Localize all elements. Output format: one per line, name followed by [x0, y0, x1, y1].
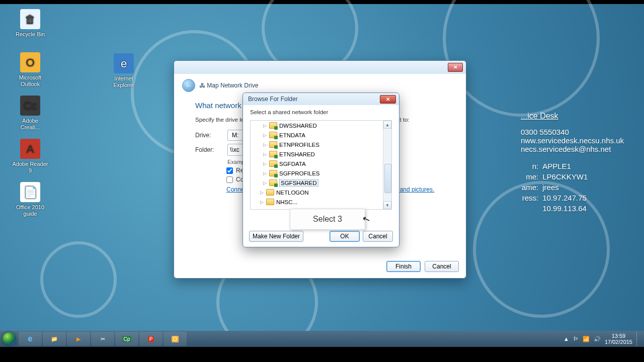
back-button[interactable]: ←	[182, 79, 195, 92]
scrollbar[interactable]: ▲ ▼	[383, 121, 391, 209]
dialog-close-button[interactable]: ✕	[380, 95, 396, 104]
tree-item[interactable]: ▷SGFSHARED	[251, 178, 391, 188]
tree-item[interactable]: ▷ETNPROFILES	[251, 140, 391, 149]
tree-item[interactable]: ▷SGFDATA	[251, 159, 391, 168]
taskbar-clock[interactable]: 13:59 17/02/2015	[605, 333, 632, 345]
tray-sound-icon[interactable]: 🔊	[594, 336, 601, 342]
dialog-titlebar[interactable]: Browse For Folder ✕	[243, 93, 399, 105]
taskbar-powerpoint[interactable]: P	[139, 332, 163, 346]
tree-item[interactable]: ▷ETNDATA	[251, 130, 391, 140]
scroll-down-button[interactable]: ▼	[383, 201, 391, 209]
make-new-folder-button[interactable]: Make New Folder	[249, 231, 303, 242]
tree-item[interactable]: ▷DWSSHARED	[251, 121, 391, 130]
service-desk-header: ...ice Desk	[521, 112, 624, 121]
drive-label: Drive:	[195, 132, 223, 139]
titlebar[interactable]: ✕	[174, 61, 466, 74]
taskbar-media[interactable]: ▶	[67, 332, 90, 346]
desktop-icon[interactable]: 📄Office 2010 guide	[12, 182, 48, 217]
show-desktop-button[interactable]	[636, 332, 641, 346]
service-desk-info: ...ice Desk 0300 5550340 nww.servicedesk…	[521, 112, 624, 214]
desktop-icon[interactable]: OMicrosoft Outlook	[12, 52, 48, 87]
window-title: Map Network Drive	[207, 82, 258, 89]
taskbar-captivate[interactable]: Cp	[115, 332, 138, 346]
desktop-icon[interactable]: 🗑Recycle Bin	[12, 9, 48, 38]
folder-tree[interactable]: ▷DWSSHARED▷ETNDATA▷ETNPROFILES▷ETNSHARED…	[250, 120, 392, 210]
start-button[interactable]	[0, 331, 18, 347]
tray-expand-icon[interactable]: ▲	[564, 336, 569, 342]
desktop-icon[interactable]: CcAdobe Creati...	[12, 96, 48, 131]
taskbar-snip[interactable]: ✂	[91, 332, 114, 346]
decoration	[40, 241, 117, 318]
desktop-icon[interactable]: AAdobe Reader 9	[12, 139, 48, 174]
taskbar-ie[interactable]: e	[19, 332, 42, 346]
dialog-title: Browse For Folder	[248, 96, 298, 103]
tray-network-icon[interactable]: 📶	[583, 336, 590, 342]
cancel-button[interactable]: Cancel	[425, 261, 459, 272]
taskbar[interactable]: e 📁 ▶ ✂ Cp P O ▲ 🏳 📶 🔊 13:59 17/02/2015	[0, 331, 644, 347]
tray-flag-icon[interactable]: 🏳	[573, 336, 579, 342]
folder-label: Folder:	[195, 146, 223, 153]
ok-button[interactable]: OK	[330, 231, 360, 242]
tree-item[interactable]: ▷SGFPROFILES	[251, 168, 391, 178]
taskbar-explorer[interactable]: 📁	[43, 332, 66, 346]
close-button[interactable]: ✕	[448, 63, 463, 72]
desktop: 🗑Recycle BinOMicrosoft OutlookCcAdobe Cr…	[0, 0, 644, 362]
letterbox-bottom	[0, 347, 644, 362]
tree-item[interactable]: ▷NHSC...	[251, 197, 391, 207]
desktop-icon[interactable]: eInternet Explorer	[106, 53, 142, 88]
tooltip: Select 3	[290, 209, 365, 230]
taskbar-outlook[interactable]: O	[164, 332, 187, 346]
scroll-thumb[interactable]	[384, 164, 391, 193]
tree-item[interactable]: ▷ETNSHARED	[251, 149, 391, 159]
scroll-up-button[interactable]: ▲	[383, 121, 391, 129]
tree-item[interactable]: ▷NETLOGON	[251, 188, 391, 197]
finish-button[interactable]: Finish	[386, 261, 421, 272]
system-tray[interactable]: ▲ 🏳 📶 🔊 13:59 17/02/2015	[564, 332, 644, 346]
dialog-cancel-button[interactable]: Cancel	[363, 231, 393, 242]
dialog-message: Select a shared network folder	[243, 105, 399, 118]
